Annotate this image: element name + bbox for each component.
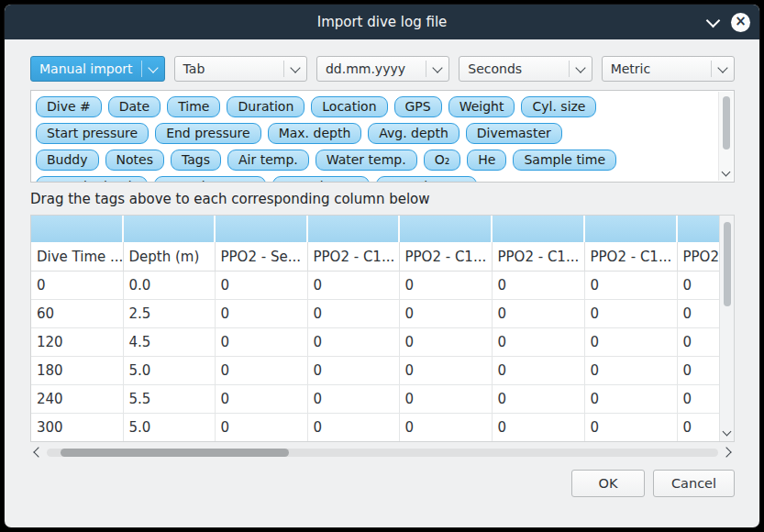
drag-tag[interactable]: Weight <box>448 96 515 117</box>
drag-tag[interactable]: Start pressure <box>36 123 149 144</box>
drop-target-cell[interactable] <box>31 216 123 242</box>
chevron-down-icon <box>711 61 734 77</box>
ok-button[interactable]: OK <box>571 470 645 497</box>
column-header: Depth (m) <box>123 242 215 272</box>
field-separator-select[interactable]: Tab <box>174 56 307 82</box>
table-viewport: Dive Time ...Depth (m)PPO2 - Se...PPO2 -… <box>31 216 719 441</box>
drag-tag[interactable]: Dive # <box>36 96 102 117</box>
drag-tag[interactable]: Air temp. <box>227 150 309 171</box>
table-cell: 5.5 <box>123 385 215 414</box>
drop-target-cell[interactable] <box>677 216 719 242</box>
drag-tag[interactable]: Time <box>167 96 220 117</box>
drag-tag[interactable]: Notes <box>105 150 164 171</box>
scroll-down-icon[interactable] <box>723 427 732 437</box>
scroll-left-icon[interactable] <box>33 447 43 457</box>
tag-row: Dive #DateTimeDurationLocationGPSWeightC… <box>36 96 712 117</box>
units-select[interactable]: Metric <box>602 56 735 82</box>
import-mode-select[interactable]: Manual import <box>30 56 165 82</box>
table-cell: 300 <box>31 414 123 442</box>
table-cell: 0 <box>492 272 584 300</box>
table-cell: 0 <box>307 385 399 414</box>
tag-panel-scrollbar[interactable] <box>718 92 733 181</box>
table-cell: 5.0 <box>123 357 215 385</box>
drag-tag[interactable]: End pressure <box>155 123 261 144</box>
table-horizontal-scrollbar[interactable] <box>30 446 735 459</box>
scroll-down-icon[interactable] <box>722 168 731 177</box>
table-cell: 0 <box>677 272 719 300</box>
scrollbar-track[interactable] <box>47 449 718 457</box>
drag-tag[interactable]: Divemaster <box>466 123 562 144</box>
table-row: 00.0000000 <box>31 272 719 300</box>
drag-tag[interactable]: Date <box>108 96 161 117</box>
tag-panel: Dive #DateTimeDurationLocationGPSWeightC… <box>30 90 735 183</box>
dialog-buttons: OK Cancel <box>30 470 735 497</box>
drag-tag[interactable]: Water temp. <box>316 150 417 171</box>
chevron-down-icon <box>141 61 164 77</box>
import-options-row: Manual import Tab dd.mm.yyyy Seconds Met… <box>30 56 735 82</box>
drop-target-cell[interactable] <box>123 216 215 242</box>
combo-label: Metric <box>603 61 711 76</box>
table-row: 1805.0000000 <box>31 357 719 385</box>
table-row: 602.5000000 <box>31 300 719 328</box>
titlebar[interactable]: Import dive log file × <box>5 5 759 39</box>
table-cell: 0 <box>307 272 399 300</box>
table-cell: 0 <box>677 328 719 357</box>
drag-tag[interactable]: He <box>467 150 506 171</box>
preview-table-area: Dive Time ...Depth (m)PPO2 - Se...PPO2 -… <box>30 215 735 442</box>
drag-tag[interactable]: Tags <box>171 150 221 171</box>
scroll-right-icon[interactable] <box>721 447 731 457</box>
table-vertical-scrollbar[interactable] <box>719 216 734 441</box>
drag-tag[interactable]: Max. depth <box>268 123 362 144</box>
scrollbar-handle[interactable] <box>724 222 731 306</box>
table-cell: 0 <box>584 414 677 442</box>
drag-tag[interactable]: Sample CNS <box>376 176 477 183</box>
table-cell: 0 <box>399 328 492 357</box>
table-body: 00.0000000602.50000001204.50000001805.00… <box>31 272 719 442</box>
close-button[interactable]: × <box>731 13 750 32</box>
combo-label: Tab <box>175 61 283 76</box>
table-cell: 0 <box>399 300 492 328</box>
drop-target-cell[interactable] <box>584 216 677 242</box>
tag-row: Sample depthSample temp.Sample pO₂Sample… <box>36 176 712 183</box>
scrollbar-handle[interactable] <box>61 449 289 457</box>
chevron-down-icon[interactable] <box>706 13 721 28</box>
drag-tag[interactable]: Duration <box>227 96 304 117</box>
drag-tag[interactable]: Cyl. size <box>521 96 596 117</box>
table-cell: 0 <box>215 414 307 442</box>
combo-label: Manual import <box>31 61 141 76</box>
scrollbar-handle[interactable] <box>723 96 730 150</box>
drop-target-cell[interactable] <box>492 216 584 242</box>
drag-tag[interactable]: Sample pO₂ <box>272 176 370 183</box>
drag-tag[interactable]: Sample depth <box>36 176 148 183</box>
table-cell: 180 <box>31 357 123 385</box>
table-cell: 0 <box>492 414 584 442</box>
duration-format-select[interactable]: Seconds <box>459 56 592 82</box>
drop-target-cell[interactable] <box>399 216 492 242</box>
table-cell: 0 <box>584 357 677 385</box>
table-cell: 0 <box>677 357 719 385</box>
table-cell: 240 <box>31 385 123 414</box>
drag-tag[interactable]: Location <box>311 96 387 117</box>
preview-table: Dive Time ...Depth (m)PPO2 - Se...PPO2 -… <box>31 216 719 441</box>
cancel-button[interactable]: Cancel <box>653 470 735 497</box>
drag-tag[interactable]: Avg. depth <box>368 123 460 144</box>
dialog-content: Manual import Tab dd.mm.yyyy Seconds Met… <box>5 39 759 497</box>
table-cell: 0 <box>307 414 399 442</box>
drag-tag[interactable]: O₂ <box>424 150 461 171</box>
drag-tag[interactable]: Sample time <box>513 150 616 171</box>
table-cell: 0.0 <box>123 272 215 300</box>
table-cell: 0 <box>307 357 399 385</box>
drag-tag[interactable]: Buddy <box>36 150 99 171</box>
table-row: 3005.0000000 <box>31 414 719 442</box>
table-cell: 0 <box>307 328 399 357</box>
table-cell: 0 <box>584 328 677 357</box>
drop-target-cell[interactable] <box>307 216 399 242</box>
table-cell: 0 <box>584 300 677 328</box>
column-header: PPO2 - Se... <box>215 242 307 272</box>
drag-tag[interactable]: GPS <box>394 96 442 117</box>
table-row: 1204.5000000 <box>31 328 719 357</box>
date-format-select[interactable]: dd.mm.yyyy <box>316 56 449 82</box>
drag-tag[interactable]: Sample temp. <box>154 176 266 183</box>
drop-target-cell[interactable] <box>215 216 307 242</box>
drop-target-row <box>31 216 719 242</box>
